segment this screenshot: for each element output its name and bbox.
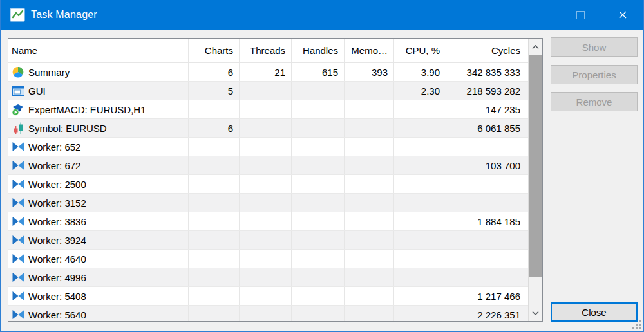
maximize-button[interactable] — [559, 0, 601, 30]
resize-grip[interactable] — [632, 320, 641, 329]
vertical-scrollbar[interactable] — [528, 39, 542, 321]
properties-button[interactable]: Properties — [551, 65, 638, 84]
charts-cell — [189, 100, 240, 118]
close-window-button[interactable] — [601, 0, 644, 30]
process-name-cell: Summary — [8, 63, 189, 81]
memory-cell — [345, 138, 394, 156]
cycles-cell: 147 235 — [446, 100, 528, 118]
cpu-cell — [394, 268, 446, 286]
column-header-memory[interactable]: Memo… — [345, 39, 394, 62]
remove-button[interactable]: Remove — [551, 92, 638, 111]
threads-cell — [240, 306, 292, 321]
maximize-icon — [576, 11, 585, 19]
charts-cell — [189, 175, 240, 193]
handles-cell — [292, 156, 345, 174]
charts-cell: 6 — [189, 63, 240, 81]
show-button[interactable]: Show — [551, 37, 638, 57]
table-row[interactable]: GUI52.30218 593 282 — [8, 82, 528, 100]
table-row[interactable]: Worker: 4996 — [8, 268, 528, 287]
process-name-cell: GUI — [8, 82, 189, 100]
worker-icon — [12, 253, 24, 264]
handles-cell — [292, 231, 345, 249]
cycles-cell — [446, 138, 528, 156]
charts-cell — [189, 194, 240, 212]
chevron-down-icon — [532, 311, 539, 315]
cpu-cell: 3.90 — [394, 63, 446, 81]
table-row[interactable]: Worker: 652 — [8, 138, 528, 156]
table-row[interactable]: ExpertMACD: EURUSD,H1147 235 — [8, 100, 528, 119]
cycles-cell: 1 217 466 — [446, 287, 528, 305]
threads-cell — [240, 100, 292, 118]
cpu-cell — [394, 138, 446, 156]
column-header-name[interactable]: Name — [8, 39, 189, 62]
table-row[interactable]: Worker: 54081 217 466 — [8, 287, 528, 306]
table-row[interactable]: Worker: 56402 226 351 — [8, 306, 528, 321]
scroll-down-button[interactable] — [529, 304, 542, 321]
memory-cell — [345, 194, 394, 212]
handles-cell — [292, 250, 345, 268]
process-name: Worker: 3924 — [28, 235, 86, 246]
handles-cell — [292, 212, 345, 230]
handles-cell — [292, 268, 345, 286]
column-header-cycles[interactable]: Cycles — [446, 39, 528, 62]
worker-icon — [12, 197, 24, 208]
close-button[interactable]: Close — [551, 302, 638, 322]
column-header-cpu[interactable]: CPU, % — [394, 39, 446, 62]
process-table-panel: NameChartsThreadsHandlesMemo…CPU, %Cycle… — [8, 38, 543, 322]
process-name-cell: Worker: 652 — [8, 138, 189, 156]
charts-cell — [189, 287, 240, 305]
process-name: ExpertMACD: EURUSD,H1 — [28, 104, 146, 115]
memory-cell — [345, 100, 394, 118]
process-name: Symbol: EURUSD — [28, 123, 107, 134]
table-row[interactable]: Worker: 672103 700 — [8, 156, 528, 175]
cycles-cell: 1 884 185 — [446, 212, 528, 230]
scrollbar-thumb[interactable] — [529, 55, 542, 277]
cycles-cell — [446, 250, 528, 268]
handles-cell — [292, 100, 345, 118]
memory-cell — [345, 231, 394, 249]
memory-cell: 393 — [345, 63, 394, 81]
cpu-cell — [394, 175, 446, 193]
cpu-cell: 2.30 — [394, 82, 446, 100]
column-header-handles[interactable]: Handles — [292, 39, 345, 62]
table-row[interactable]: Worker: 2500 — [8, 175, 528, 194]
memory-cell — [345, 82, 394, 100]
table-row[interactable]: Symbol: EURUSD66 061 855 — [8, 119, 528, 138]
threads-cell — [240, 82, 292, 100]
table-row[interactable]: Worker: 38361 884 185 — [8, 212, 528, 231]
table-row[interactable]: Summary6216153933.90342 835 333 — [8, 63, 528, 82]
charts-cell: 6 — [189, 119, 240, 137]
handles-cell — [292, 287, 345, 305]
cpu-cell — [394, 100, 446, 118]
column-header-charts[interactable]: Charts — [189, 39, 240, 62]
process-name: Worker: 652 — [28, 142, 80, 152]
expert-icon — [12, 104, 24, 115]
table-row[interactable]: Worker: 3924 — [8, 231, 528, 250]
column-header-threads[interactable]: Threads — [240, 39, 292, 62]
cpu-cell — [394, 212, 446, 230]
process-table: NameChartsThreadsHandlesMemo…CPU, %Cycle… — [8, 39, 528, 321]
cpu-cell — [394, 119, 446, 137]
symbol-icon — [12, 122, 24, 134]
table-row[interactable]: Worker: 4640 — [8, 250, 528, 268]
process-name: Worker: 5408 — [28, 291, 86, 302]
memory-cell — [345, 306, 394, 321]
scroll-up-button[interactable] — [529, 39, 542, 55]
cycles-cell: 218 593 282 — [446, 82, 528, 100]
app-icon — [10, 8, 25, 22]
worker-icon — [12, 234, 24, 246]
cpu-cell — [394, 156, 446, 174]
cpu-cell — [394, 250, 446, 268]
threads-cell — [240, 212, 292, 230]
memory-cell — [345, 119, 394, 137]
table-header: NameChartsThreadsHandlesMemo…CPU, %Cycle… — [8, 39, 528, 63]
cycles-cell — [446, 175, 528, 193]
worker-icon — [12, 272, 24, 283]
minimize-button[interactable] — [516, 0, 559, 30]
worker-icon — [12, 216, 24, 227]
charts-cell: 5 — [189, 82, 240, 100]
process-name: Worker: 3836 — [28, 216, 86, 227]
table-body: Summary6216153933.90342 835 333GUI52.302… — [8, 63, 528, 321]
table-row[interactable]: Worker: 3152 — [8, 194, 528, 212]
handles-cell: 615 — [292, 63, 345, 81]
